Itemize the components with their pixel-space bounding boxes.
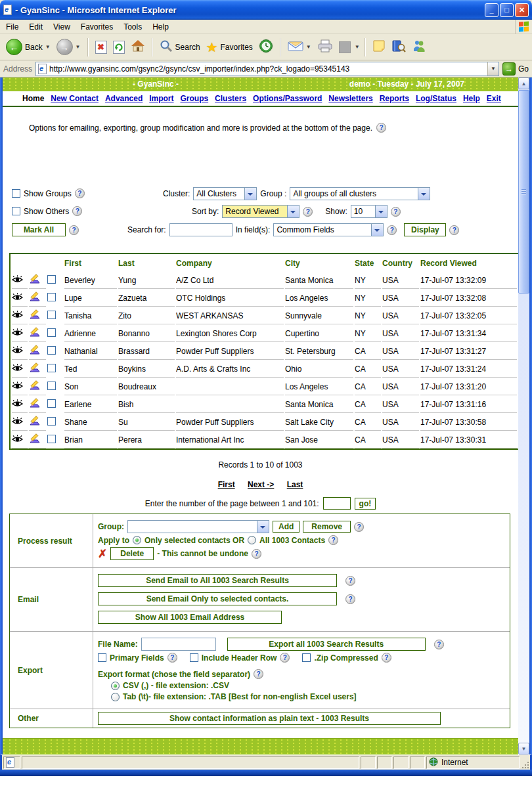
sort-by-select[interactable]: Record Viewed — [222, 205, 299, 218]
menu-item-edit[interactable]: Edit — [24, 20, 48, 33]
address-input[interactable]: http://www.gyansinc.com/gsync2/gsync/csv… — [35, 62, 499, 76]
group-select[interactable]: All groups of all clusters — [290, 187, 430, 200]
file-name-input[interactable] — [141, 638, 216, 651]
resize-grip[interactable] — [521, 762, 529, 770]
csv-format-radio[interactable] — [111, 682, 120, 690]
row-checkbox[interactable] — [47, 364, 56, 372]
help-icon[interactable]: ? — [252, 549, 261, 559]
nav-item-advanced[interactable]: Advanced — [105, 94, 143, 103]
row-checkbox[interactable] — [47, 293, 56, 301]
home-button[interactable] — [129, 38, 147, 56]
edit-dropdown-arrow[interactable]: ▼ — [355, 44, 360, 50]
refresh-button[interactable] — [111, 39, 127, 55]
remove-button[interactable]: Remove — [303, 521, 351, 533]
cluster-select[interactable]: All Clusters — [193, 187, 257, 200]
view-record-icon[interactable] — [12, 311, 23, 321]
forward-dropdown-arrow[interactable]: ▼ — [76, 44, 81, 50]
show-all-email-button[interactable]: Show All 1003 Email Address — [98, 611, 282, 624]
back-button[interactable]: ← Back ▼ — [4, 37, 53, 56]
row-checkbox[interactable] — [47, 435, 56, 443]
page-number-input[interactable] — [323, 497, 351, 510]
primary-fields-checkbox[interactable] — [98, 653, 106, 662]
help-icon[interactable]: ? — [303, 207, 313, 217]
help-icon[interactable]: ? — [354, 522, 364, 532]
help-icon[interactable]: ? — [167, 653, 177, 663]
row-checkbox[interactable] — [47, 399, 56, 408]
next-page-link[interactable]: Next -> — [248, 480, 274, 489]
row-checkbox[interactable] — [47, 311, 56, 319]
process-group-select[interactable] — [127, 520, 269, 533]
stop-button[interactable]: ✖ — [93, 39, 109, 55]
close-button[interactable]: ✕ — [515, 3, 529, 17]
nav-item-groups[interactable]: Groups — [180, 94, 208, 103]
search-input[interactable] — [169, 223, 233, 236]
view-record-icon[interactable] — [12, 399, 23, 410]
nav-item-exit[interactable]: Exit — [487, 94, 501, 103]
zip-compressed-checkbox[interactable] — [302, 653, 311, 662]
row-checkbox[interactable] — [47, 275, 56, 284]
notes-button[interactable] — [370, 38, 388, 56]
favorites-button[interactable]: ★ Favorites — [204, 38, 255, 56]
help-icon[interactable]: ? — [449, 225, 459, 235]
edit-button[interactable] — [337, 40, 353, 55]
research-button[interactable] — [389, 38, 408, 56]
add-button[interactable]: Add — [273, 521, 299, 533]
nav-item-home[interactable]: Home — [22, 94, 44, 103]
view-record-icon[interactable] — [12, 417, 23, 427]
export-all-button[interactable]: Export all 1003 Search Results — [227, 638, 426, 651]
view-record-icon[interactable] — [12, 364, 23, 374]
only-selected-radio[interactable] — [133, 536, 141, 544]
view-record-icon[interactable] — [12, 382, 23, 392]
edit-record-icon[interactable] — [29, 380, 41, 393]
go-page-button[interactable]: go! — [355, 498, 376, 510]
mark-all-button[interactable]: Mark All — [12, 223, 66, 236]
view-record-icon[interactable] — [12, 346, 23, 357]
edit-record-icon[interactable] — [29, 433, 41, 446]
search-button[interactable]: Search — [158, 38, 202, 56]
send-email-all-button[interactable]: Send Email to All 1003 Search Results — [98, 574, 337, 587]
scroll-up-button[interactable]: ▲ — [518, 77, 529, 89]
scroll-down-button[interactable]: ▼ — [518, 743, 529, 755]
nav-item-new-contact[interactable]: New Contact — [51, 94, 99, 103]
forward-button[interactable]: → ▼ — [55, 37, 83, 56]
maximize-button[interactable]: □ — [500, 3, 514, 17]
help-icon[interactable]: ? — [434, 640, 444, 649]
mail-dropdown-arrow[interactable]: ▼ — [306, 44, 311, 50]
nav-item-clusters[interactable]: Clusters — [215, 94, 246, 103]
send-email-selected-button[interactable]: Send Email Only to selected contacts. — [98, 592, 337, 605]
menu-item-favorites[interactable]: Favorites — [76, 20, 118, 33]
help-icon[interactable]: ? — [391, 207, 401, 217]
help-icon[interactable]: ? — [328, 535, 338, 545]
delete-button[interactable]: Delete — [110, 547, 154, 560]
scroll-thumb[interactable] — [518, 90, 529, 294]
tab-format-radio[interactable] — [111, 693, 120, 701]
messenger-button[interactable] — [410, 38, 428, 56]
display-button[interactable]: Display — [404, 223, 446, 236]
row-checkbox[interactable] — [47, 417, 56, 426]
edit-record-icon[interactable] — [29, 327, 41, 339]
view-record-icon[interactable] — [12, 275, 23, 286]
nav-item-import[interactable]: Import — [149, 94, 173, 103]
help-icon[interactable]: ? — [254, 669, 263, 679]
show-others-checkbox[interactable] — [12, 207, 20, 215]
menu-item-file[interactable]: File — [1, 20, 24, 33]
in-fields-select[interactable]: Commom Fields — [273, 223, 384, 236]
first-page-link[interactable]: First — [218, 480, 235, 489]
menu-item-help[interactable]: Help — [147, 20, 174, 33]
view-record-icon[interactable] — [12, 328, 23, 339]
nav-item-reports[interactable]: Reports — [380, 94, 409, 103]
menu-item-view[interactable]: View — [48, 20, 76, 33]
view-record-icon[interactable] — [12, 435, 23, 445]
nav-item-options-password[interactable]: Options/Password — [253, 94, 322, 103]
all-contacts-radio[interactable] — [248, 536, 256, 544]
row-checkbox[interactable] — [47, 346, 56, 355]
history-button[interactable] — [257, 37, 275, 56]
edit-record-icon[interactable] — [29, 398, 41, 410]
print-button[interactable] — [315, 38, 335, 56]
edit-record-icon[interactable] — [29, 416, 41, 428]
edit-record-icon[interactable] — [29, 292, 41, 304]
row-checkbox[interactable] — [47, 382, 56, 390]
edit-record-icon[interactable] — [29, 274, 41, 286]
help-icon[interactable]: ? — [345, 594, 355, 604]
mail-button[interactable]: ▼ — [286, 39, 313, 55]
